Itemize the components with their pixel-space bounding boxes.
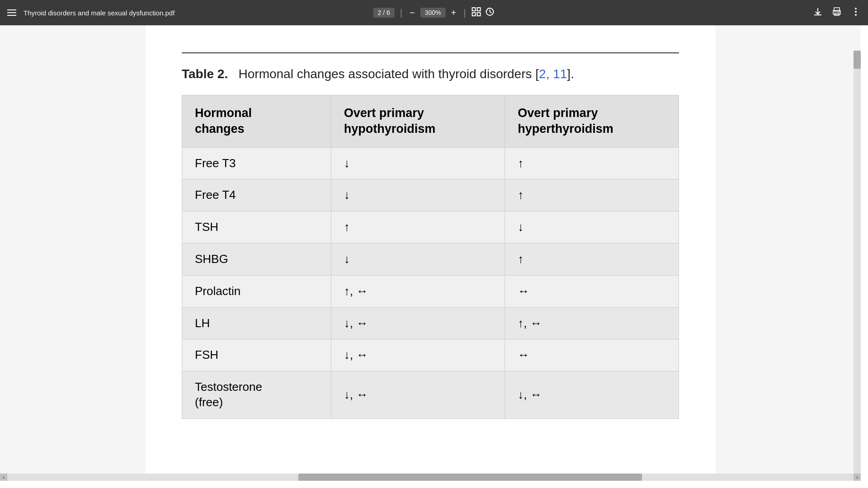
svg-point-11 [855,14,857,16]
table-label: Table 2. [182,67,228,81]
cell-hypo-value: ↓, ↔ [331,371,505,419]
table-row: FSH↓, ↔↔ [182,339,679,371]
scroll-right-button[interactable]: › [854,474,861,481]
cell-hormone-name: LH [182,307,331,339]
svg-rect-3 [477,13,480,16]
document-page: Table 2. Hormonal changes associated wit… [146,25,715,477]
zoom-out-button[interactable]: − [408,8,417,18]
vertical-scrollbar-thumb[interactable] [854,51,861,69]
cell-hormone-name: Free T3 [182,147,331,179]
vertical-scrollbar[interactable] [854,51,861,481]
toolbar-divider-1: | [400,8,402,18]
svg-point-10 [855,11,857,13]
cell-hormone-name: TSH [182,211,331,244]
print-button[interactable] [832,7,842,19]
table-row: Free T4↓↑ [182,179,679,211]
cell-hormone-name: Free T4 [182,179,331,211]
cell-hyper-value: ↑ [505,147,679,179]
cell-hyper-value: ↓, ↔ [505,371,679,419]
download-button[interactable] [813,7,823,19]
cell-hyper-value: ↑, ↔ [505,307,679,339]
table-title: Table 2. Hormonal changes associated wit… [182,66,679,82]
cell-hypo-value: ↓ [331,147,505,179]
cell-hyper-value: ↓ [505,211,679,244]
toolbar-center: 2 / 6 | − 300% + | [373,7,495,19]
cell-hypo-value: ↓ [331,179,505,211]
document-rule [182,52,679,53]
header-hypo: Overt primaryhypothyroidism [331,95,505,147]
svg-rect-0 [472,8,475,11]
svg-point-9 [855,8,857,9]
page-total: 6 [387,9,390,16]
cell-hormone-name: SHBG [182,243,331,275]
page-indicator[interactable]: 2 / 6 [373,8,395,18]
header-hormonal-changes: Hormonalchanges [182,95,331,147]
content-area: Table 2. Hormonal changes associated wit… [0,25,861,481]
horizontal-scrollbar[interactable]: ‹ › [0,474,861,481]
svg-rect-5 [834,8,840,11]
svg-rect-1 [477,8,480,11]
cell-hypo-value: ↑, ↔ [331,275,505,307]
cell-hypo-value: ↑ [331,211,505,244]
cell-hyper-value: ↑ [505,179,679,211]
table-row: TSH↑↓ [182,211,679,244]
more-options-button[interactable] [851,7,861,19]
table-row: Free T3↓↑ [182,147,679,179]
cell-hormone-name: Testosterone(free) [182,371,331,419]
zoom-level[interactable]: 300% [420,8,446,18]
table-row: SHBG↓↑ [182,243,679,275]
fit-page-button[interactable] [471,7,481,19]
history-button[interactable] [485,7,495,19]
zoom-in-button[interactable]: + [449,8,458,18]
table-row: Prolactin↑, ↔↔ [182,275,679,307]
cell-hyper-value: ↔ [505,339,679,371]
table-header-row: Hormonalchanges Overt primaryhypothyroid… [182,95,679,147]
page-current: 2 [378,9,382,16]
scroll-left-button[interactable]: ‹ [0,474,7,481]
cell-hyper-value: ↔ [505,275,679,307]
menu-icon[interactable] [7,9,16,16]
cell-hormone-name: FSH [182,339,331,371]
table-row: LH↓, ↔↑, ↔ [182,307,679,339]
citation-text[interactable]: 2, 11 [539,67,567,81]
table-row: Testosterone(free)↓, ↔↓, ↔ [182,371,679,419]
cell-hypo-value: ↓, ↔ [331,307,505,339]
svg-rect-2 [472,13,475,16]
hormonal-table: Hormonalchanges Overt primaryhypothyroid… [182,95,679,418]
horizontal-scrollbar-thumb[interactable] [298,474,642,481]
header-hyper: Overt primaryhyperthyroidism [505,95,679,147]
cell-hypo-value: ↓ [331,243,505,275]
toolbar-right [813,7,861,19]
toolbar-divider-2: | [463,8,466,18]
cell-hormone-name: Prolactin [182,275,331,307]
cell-hyper-value: ↑ [505,243,679,275]
toolbar: Thyroid disorders and male sexual dysfun… [0,0,868,25]
cell-hypo-value: ↓, ↔ [331,339,505,371]
svg-point-8 [839,12,840,13]
